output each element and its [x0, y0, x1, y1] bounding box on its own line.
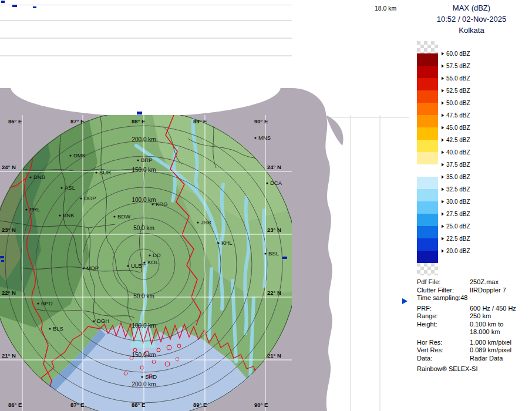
city-marker-dot — [127, 265, 129, 267]
city-label: DD — [153, 252, 161, 258]
software-brand-label: Rainbow® SELEX-SI — [417, 365, 478, 372]
city-marker-dot — [59, 214, 60, 216]
lon-label: 86° E — [8, 402, 22, 408]
lat-label: 24° N — [267, 164, 281, 170]
top-profile-graphic — [0, 5, 292, 115]
tick-arrow-icon — [442, 64, 444, 68]
tick-arrow-icon — [442, 150, 444, 154]
lat-label: 23° N — [267, 227, 281, 233]
tick-arrow-icon — [442, 113, 444, 117]
metadata-value: 48 — [460, 294, 467, 301]
tick-text: 42.5 dBZ — [446, 137, 470, 143]
height-max-label: 18.0 km — [375, 5, 396, 12]
city-label: MDP — [86, 265, 99, 271]
legend-color-band — [417, 78, 438, 90]
station-label: Kolkata — [411, 26, 532, 35]
metadata-value: 1.000 km/pixel — [470, 339, 511, 347]
tick-text: 35.0 dBZ — [446, 174, 470, 180]
city-label: BDW — [117, 213, 130, 220]
legend-colorbar — [417, 41, 438, 275]
metadata-row: Range:250 km — [417, 312, 532, 321]
side-profile-panel — [292, 115, 409, 411]
metadata-row: Height:0.100 km to — [417, 321, 532, 329]
lon-label: 87° E — [70, 402, 84, 408]
tick-arrow-icon — [442, 163, 444, 166]
lat-label: 22° N — [2, 289, 16, 296]
legend-scale-labels: 60.0 dBZ57.5 dBZ55.0 dBZ52.5 dBZ50.0 dBZ… — [442, 41, 530, 263]
tick-arrow-icon — [442, 52, 444, 55]
tick-arrow-icon — [442, 89, 444, 92]
city-marker-dot — [254, 137, 256, 139]
range-ring-label: 200.0 km — [132, 136, 156, 143]
echo-flag-icon — [402, 298, 408, 304]
metadata-value: 250Z.max — [470, 278, 499, 287]
city-label: BPD — [41, 300, 53, 306]
city-marker-dot — [137, 159, 139, 161]
legend-tick-label: 45.0 dBZ — [442, 124, 470, 131]
city-label: BNK — [63, 212, 75, 218]
tick-arrow-icon — [442, 175, 444, 178]
tick-arrow-icon — [442, 76, 444, 80]
metadata-value: 250 km — [470, 312, 491, 321]
city-label: ULB — [131, 262, 142, 269]
legend-tick-label: 57.5 dBZ — [442, 63, 470, 69]
city-label: DNB — [33, 174, 45, 180]
city-label: DGP — [84, 195, 96, 201]
legend-tick-label: 60.0 dBZ — [442, 50, 470, 57]
legend-color-band — [417, 164, 438, 177]
city-marker-dot — [93, 320, 95, 322]
tick-arrow-icon — [442, 126, 444, 129]
city-label: SHD — [145, 373, 157, 380]
tick-text: 50.0 dBZ — [446, 100, 470, 106]
metadata-label: Hor Res: — [417, 339, 442, 347]
city-marker-dot — [80, 197, 82, 199]
range-ring-label: 150.0 km — [132, 352, 156, 358]
legend-color-band — [417, 90, 438, 103]
legend-color-band — [417, 140, 438, 152]
tick-text: 52.5 dBZ — [446, 87, 470, 94]
legend-tick-label: 50.0 dBZ — [442, 100, 470, 106]
legend-color-band — [417, 177, 438, 189]
lat-label: 23° N — [2, 227, 16, 233]
legend-tick-label: 32.5 dBZ — [442, 186, 470, 193]
metadata-row: PRF:600 Hz / 450 Hz — [417, 305, 532, 313]
lon-label: 88° E — [132, 402, 145, 408]
city-label: KOL — [147, 259, 159, 265]
tick-arrow-icon — [442, 237, 444, 240]
city-label: DCA — [270, 180, 282, 186]
city-label: SUR — [99, 169, 111, 176]
legend-color-band — [417, 226, 438, 238]
legend-tick-label: 40.0 dBZ — [442, 149, 470, 156]
legend-tick-label: 42.5 dBZ — [442, 137, 470, 143]
city-label: PRL — [29, 206, 40, 213]
metadata-label: Vert Res: — [417, 346, 443, 355]
city-marker-dot — [95, 171, 97, 173]
city-marker-dot — [37, 302, 39, 304]
range-ring-label: 200.0 km — [132, 381, 156, 388]
metadata-label: PRF: — [417, 305, 432, 313]
tick-text: 27.5 dBZ — [446, 211, 470, 217]
top-profile-panel — [0, 5, 292, 115]
legend-tick-label: 37.5 dBZ — [442, 161, 470, 168]
legend-color-band — [417, 66, 438, 78]
legend-color-band — [417, 263, 438, 275]
tick-arrow-icon — [442, 249, 444, 252]
tick-text: 25.0 dBZ — [446, 223, 470, 230]
product-title: MAX (dBZ) — [411, 4, 532, 12]
legend-color-band — [417, 41, 438, 53]
lon-label: 88° E — [132, 118, 145, 124]
city-label: MNS — [258, 134, 271, 141]
lon-label: 89° E — [193, 402, 207, 408]
radar-echo-speck — [1, 1, 5, 3]
tick-text: 22.5 dBZ — [446, 235, 470, 242]
city-marker-dot — [25, 208, 27, 210]
metadata-value: IIRDoppler 7 — [470, 287, 506, 295]
datetime-label: 10:52 / 02-Nov-2025 — [411, 15, 532, 23]
tick-arrow-icon — [442, 138, 444, 142]
tick-text: 40.0 dBZ — [446, 149, 470, 156]
legend-color-band — [417, 201, 438, 214]
metadata-value: 600 Hz / 450 Hz — [470, 305, 516, 313]
tick-arrow-icon — [442, 212, 444, 215]
city-label: BSL — [268, 250, 279, 257]
coverage-boundary-shape — [292, 115, 332, 411]
